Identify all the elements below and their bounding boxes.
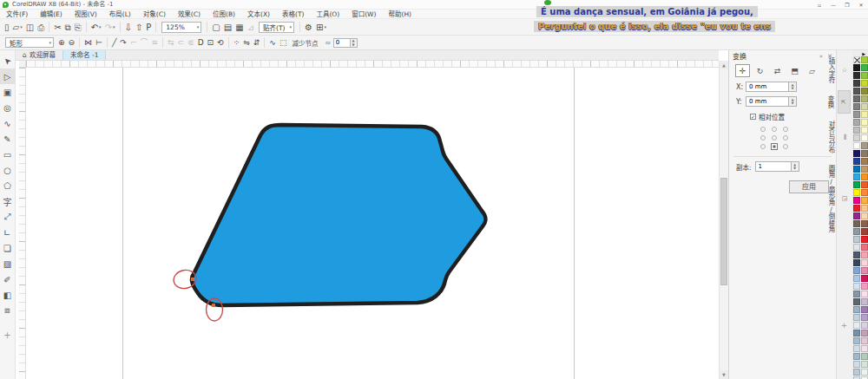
- tab-untitled-document[interactable]: 未命名 -1: [62, 50, 106, 60]
- color-swatch[interactable]: [861, 103, 868, 110]
- skew-mode-button[interactable]: ▱: [805, 64, 819, 77]
- ellipse-tool[interactable]: ○: [0, 162, 16, 178]
- menu-item-help[interactable]: 帮助(H): [382, 10, 418, 19]
- color-swatch[interactable]: [861, 127, 868, 134]
- horizontal-reflect-button[interactable]: ⇋: [241, 36, 252, 49]
- position-mode-button[interactable]: ✛: [735, 64, 750, 77]
- elastic-mode-button[interactable]: ∿: [267, 36, 278, 49]
- curve-smoothness-input[interactable]: [333, 38, 351, 48]
- color-swatch[interactable]: [853, 337, 860, 344]
- reduce-nodes-button[interactable]: 减少节点: [288, 38, 321, 48]
- copy-button[interactable]: ⧉: [63, 21, 73, 34]
- x-input[interactable]: [746, 82, 789, 92]
- polygon-tool[interactable]: ⬠: [0, 178, 16, 193]
- color-swatch[interactable]: [861, 205, 868, 212]
- drop-shadow-tool[interactable]: ❏: [0, 240, 16, 256]
- vertical-reflect-button[interactable]: ⇵: [252, 36, 262, 49]
- anchor-point-4[interactable]: [768, 134, 779, 142]
- color-swatch[interactable]: [861, 189, 868, 196]
- color-swatch[interactable]: [853, 205, 860, 212]
- menu-item-effects[interactable]: 效果(C): [172, 10, 207, 19]
- select-all-nodes-button[interactable]: ⬚: [278, 36, 289, 49]
- color-swatch[interactable]: [853, 236, 860, 243]
- copies-input[interactable]: [755, 161, 792, 172]
- save-button[interactable]: ◫: [24, 21, 36, 34]
- color-swatch[interactable]: [853, 72, 860, 79]
- color-swatch[interactable]: [853, 252, 860, 258]
- color-swatch[interactable]: [861, 252, 868, 258]
- show-rulers-button[interactable]: ▤: [222, 21, 233, 34]
- menu-item-text[interactable]: 文本(X): [241, 10, 276, 19]
- options-button[interactable]: ⚙: [303, 21, 314, 34]
- color-swatch[interactable]: [861, 306, 868, 313]
- anchor-point-5[interactable]: [779, 134, 791, 142]
- color-swatch[interactable]: [861, 291, 868, 297]
- menu-item-window[interactable]: 窗口(W): [345, 10, 382, 19]
- copies-stepper[interactable]: ▲▼: [792, 161, 799, 172]
- color-swatch[interactable]: [861, 119, 868, 126]
- color-swatch[interactable]: [853, 64, 860, 71]
- color-swatch[interactable]: [853, 369, 860, 376]
- smart-fill-tool[interactable]: ⧈: [0, 303, 16, 318]
- y-input[interactable]: [746, 96, 789, 107]
- stretch-scale-nodes-button[interactable]: ⊡: [206, 36, 216, 49]
- rectangle-tool[interactable]: ▭: [0, 147, 16, 162]
- menu-item-object[interactable]: 对象(C): [137, 10, 172, 19]
- y-stepper[interactable]: ▲▼: [789, 96, 797, 107]
- vertical-ruler[interactable]: [19, 68, 26, 379]
- color-swatch[interactable]: [853, 166, 860, 173]
- color-swatch[interactable]: [861, 95, 868, 102]
- color-swatch[interactable]: [861, 330, 868, 337]
- color-swatch[interactable]: [853, 127, 860, 134]
- quick-customize-button[interactable]: ⊞▾: [314, 21, 328, 34]
- vertical-scrollbar[interactable]: ▲ ▼: [719, 61, 728, 379]
- anchor-point-3[interactable]: [757, 134, 768, 142]
- convert-to-line-button[interactable]: ╱: [110, 36, 118, 49]
- docker-tab-align-distribute[interactable]: ⫼对齐与分布: [838, 116, 851, 158]
- color-swatch[interactable]: [853, 197, 860, 204]
- color-swatch[interactable]: [861, 158, 868, 165]
- text-tool[interactable]: 字: [0, 193, 16, 209]
- color-swatch[interactable]: [861, 337, 868, 344]
- convert-to-curve-button[interactable]: ↷: [118, 36, 128, 49]
- restore-button[interactable]: ❐: [842, 0, 852, 10]
- color-swatch[interactable]: [861, 134, 868, 141]
- node-marker-corner-1[interactable]: [191, 278, 194, 281]
- close-curve-button[interactable]: D: [196, 36, 206, 49]
- color-swatch[interactable]: [853, 150, 860, 157]
- break-curve-button[interactable]: ⊢: [94, 36, 104, 49]
- color-swatch[interactable]: [853, 119, 860, 126]
- color-swatch[interactable]: [853, 142, 860, 149]
- anchor-point-1[interactable]: [768, 125, 779, 134]
- undo-button[interactable]: ↶▾: [89, 21, 103, 34]
- menu-item-layout[interactable]: 布局(L): [103, 10, 137, 19]
- color-swatch[interactable]: [853, 275, 860, 282]
- color-swatch[interactable]: [853, 80, 860, 87]
- color-swatch[interactable]: [861, 142, 868, 149]
- menu-item-view[interactable]: 视图(V): [69, 10, 103, 19]
- show-grid-button[interactable]: ▦: [233, 21, 245, 34]
- docker-collapse-icon[interactable]: »: [819, 53, 823, 60]
- anchor-point-0[interactable]: [757, 125, 768, 134]
- color-swatch[interactable]: [861, 166, 868, 173]
- rotate-skew-nodes-button[interactable]: ⟲: [215, 36, 226, 49]
- blue-polygon-shape[interactable]: [192, 125, 486, 305]
- color-swatch[interactable]: [853, 212, 860, 219]
- close-button[interactable]: ✕: [856, 0, 866, 10]
- publish-pdf-button[interactable]: P: [144, 21, 153, 34]
- interactive-fill-tool[interactable]: ◧: [0, 287, 16, 303]
- crop-tool[interactable]: ▣: [0, 84, 16, 100]
- color-swatch[interactable]: [853, 103, 860, 110]
- size-mode-button[interactable]: ⬒: [787, 64, 802, 77]
- anchor-point-6[interactable]: [757, 142, 768, 151]
- color-swatch[interactable]: [853, 330, 860, 337]
- color-swatch[interactable]: [853, 259, 860, 266]
- scroll-down-button[interactable]: ▼: [720, 370, 728, 379]
- color-swatch[interactable]: [853, 267, 860, 274]
- color-swatch[interactable]: [853, 134, 860, 141]
- color-swatch[interactable]: [853, 298, 860, 305]
- color-swatch[interactable]: [853, 244, 860, 251]
- node-marker-corner-2[interactable]: [212, 304, 215, 307]
- x-stepper[interactable]: ▲▼: [789, 82, 797, 92]
- new-document-button[interactable]: ▯: [3, 21, 11, 34]
